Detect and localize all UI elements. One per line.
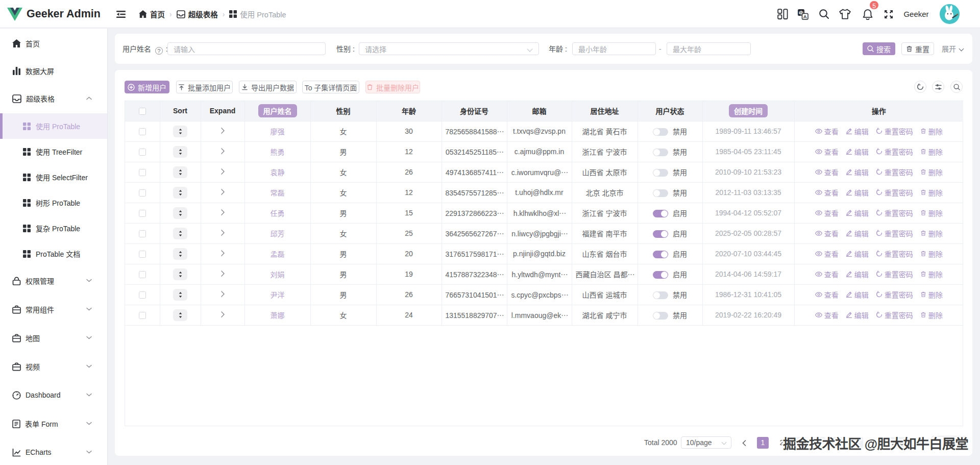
svg-text:A: A xyxy=(803,13,807,19)
